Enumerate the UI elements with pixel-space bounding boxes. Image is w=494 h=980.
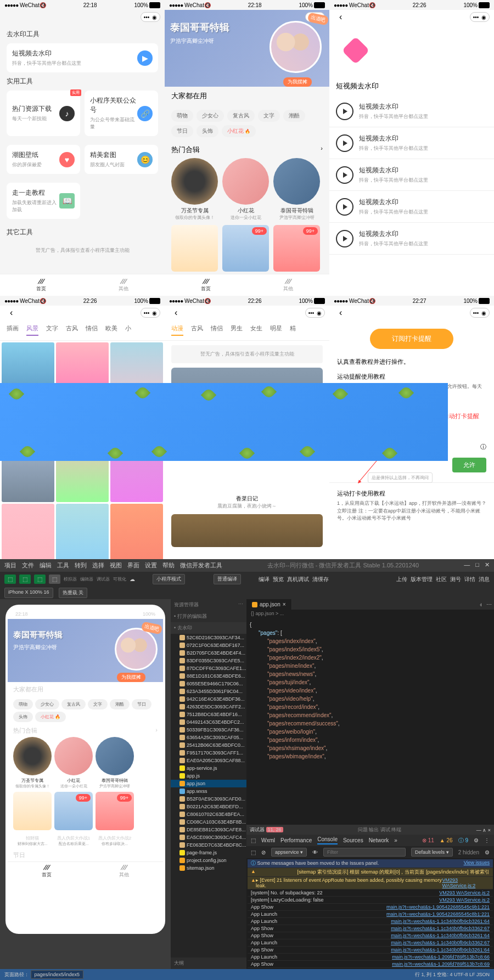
- dbg-tab[interactable]: Performance: [280, 837, 312, 843]
- card-gallery[interactable]: 精美套图朋友圈人气封面 😊: [85, 145, 158, 174]
- file-item[interactable]: F9517170C3093CAFF1...: [171, 749, 246, 757]
- gear-icon[interactable]: ⚙: [485, 849, 490, 855]
- back-button[interactable]: ‹: [4, 308, 18, 318]
- grid-item[interactable]: 99+: [273, 225, 320, 272]
- menu-item[interactable]: 编辑: [40, 561, 52, 570]
- file-item[interactable]: 88E1D181C63E4BDFE6...: [171, 672, 246, 680]
- nav-home[interactable]: ///首页: [165, 274, 247, 296]
- context-select[interactable]: appservice ▾: [271, 848, 307, 857]
- back-button[interactable]: ‹: [334, 308, 347, 318]
- tb-visual[interactable]: ⬚: [49, 575, 60, 584]
- window-maximize[interactable]: □: [475, 561, 479, 570]
- tab-item[interactable]: 插画: [7, 324, 19, 336]
- file-item[interactable]: app.json: [171, 780, 246, 787]
- chevron-right-icon[interactable]: ›: [321, 145, 323, 155]
- cloud-icon[interactable]: ☁: [130, 576, 135, 582]
- tab-item[interactable]: 情侣: [211, 324, 223, 336]
- source-link[interactable]: main.js?t=wechat&s-1.209fd789f513b7c8:66: [392, 954, 490, 960]
- eye-icon[interactable]: 👁: [312, 849, 318, 855]
- card-official[interactable]: 小程序关联公众号为公众号带来基础流量 🔗: [85, 91, 158, 136]
- tab-item[interactable]: 古风: [66, 324, 78, 336]
- file-item[interactable]: 6055E5E9466C179C06...: [171, 680, 246, 688]
- scope-icon[interactable]: ⬚: [251, 849, 256, 855]
- file-item[interactable]: app.wxss: [171, 787, 246, 795]
- menu-item[interactable]: 选择: [92, 561, 104, 570]
- back-button[interactable]: ‹: [334, 12, 347, 22]
- tb-device[interactable]: 真机调试: [287, 576, 309, 583]
- tag-item-hot[interactable]: 小红花: [222, 125, 256, 137]
- nav-home[interactable]: ///首页: [0, 274, 82, 296]
- file-item[interactable]: sitemap.json: [171, 864, 246, 872]
- file-item[interactable]: 072C1F0C63E4BDF167...: [171, 641, 246, 649]
- image-item[interactable]: [110, 504, 163, 559]
- open-editors[interactable]: • 打开的编辑器: [171, 611, 246, 622]
- tb-message[interactable]: 消息: [479, 576, 490, 583]
- tab-item[interactable]: 情侣: [86, 324, 98, 336]
- list-item[interactable]: 短视频去水印抖音，快手等其他平台都点这里: [329, 191, 494, 223]
- grid-item[interactable]: [171, 225, 218, 272]
- file-item[interactable]: 52C6D216C3093CAF34...: [171, 634, 246, 641]
- file-item[interactable]: 04492143C63E4BDFC2...: [171, 718, 246, 726]
- file-item[interactable]: app-service.js: [171, 764, 246, 772]
- split-icon[interactable]: ⫞: [477, 599, 484, 610]
- grid-item[interactable]: 99+: [222, 225, 269, 272]
- tb-detail[interactable]: 详情: [464, 576, 475, 583]
- album-item[interactable]: 泰国哥哥特辑尹浩宇高卿尘冲呀: [273, 158, 320, 221]
- filter-input[interactable]: [323, 848, 406, 857]
- file-item[interactable]: 4263DE5DC3093CAFF2...: [171, 703, 246, 711]
- file-item[interactable]: B2D705FC63E4BDE4F4...: [171, 649, 246, 657]
- file-item[interactable]: app.js: [171, 772, 246, 780]
- image-item[interactable]: [56, 504, 109, 559]
- tb-community[interactable]: 社区: [436, 576, 447, 583]
- menu-item[interactable]: 帮助: [162, 561, 175, 570]
- tb-compile[interactable]: 编译: [259, 576, 270, 583]
- capsule-menu[interactable]: •••◉: [141, 12, 160, 22]
- menu-item[interactable]: 界面: [127, 561, 139, 570]
- allow-button[interactable]: 允许: [452, 458, 486, 472]
- keep-checkbox-label[interactable]: 总是保持以上选择，不再询问: [368, 472, 433, 483]
- simulator-phone[interactable]: 22:18100% 泰国哥哥特辑 尹浩宇高卿尘冲呀 出道吧 为我摆摊 大家都在用…: [5, 605, 165, 934]
- tb-upload[interactable]: 上传: [396, 576, 407, 583]
- gear-icon[interactable]: ⚙: [474, 837, 479, 843]
- console-output[interactable]: ⓘ Some messages have been moved to the I…: [246, 858, 494, 980]
- close-icon[interactable]: ×: [283, 601, 286, 607]
- file-item[interactable]: B0221A2C63E4BDEFD...: [171, 803, 246, 810]
- file-item[interactable]: 63654A25C3093CAF05...: [171, 734, 246, 741]
- file-item[interactable]: 7512B8DC63E4BDF16...: [171, 711, 246, 718]
- more-icon[interactable]: ⋯: [484, 599, 494, 610]
- source-link[interactable]: main.js?t=wechat&s-1.905422685545c8b1:22…: [386, 911, 490, 917]
- panel-icon[interactable]: ∧: [482, 827, 486, 833]
- outline[interactable]: 大纲: [171, 958, 246, 969]
- file-item[interactable]: project.config.json: [171, 857, 246, 864]
- list-item[interactable]: 短视频去水印抖音，快手等其他平台都点这里: [329, 95, 494, 127]
- window-close[interactable]: ✕: [485, 561, 490, 570]
- window-minimize[interactable]: —: [464, 561, 470, 570]
- elements-icon[interactable]: ⬚: [251, 837, 256, 843]
- source-link[interactable]: main.js?t=wechat&s-1.1c340b0fb9cb3261:64: [391, 933, 490, 938]
- editor-tab[interactable]: app.json×: [246, 599, 292, 610]
- tab-item[interactable]: 男生: [231, 324, 243, 336]
- file-item[interactable]: 87DCDFF6C3093CAFE1...: [171, 664, 246, 672]
- tab-item[interactable]: 欧美: [105, 324, 117, 336]
- file-item[interactable]: 623A3455D3061F9C04...: [171, 688, 246, 695]
- tb-editor[interactable]: ⬚: [19, 575, 31, 584]
- tab-item[interactable]: 古风: [191, 324, 203, 336]
- tab-item-active[interactable]: 动漫: [171, 324, 183, 336]
- back-button[interactable]: ‹: [169, 308, 183, 318]
- tb-debugger[interactable]: ⬚: [34, 575, 46, 584]
- file-item[interactable]: C80610702C63E4BFEA...: [171, 810, 246, 818]
- more-icon[interactable]: ⋯: [238, 601, 243, 609]
- menu-item[interactable]: 工具: [57, 561, 69, 570]
- file-item[interactable]: page-frame.js: [171, 849, 246, 857]
- tag-item[interactable]: 复古风: [227, 110, 255, 122]
- file-item[interactable]: EAE0A205C3093CAF88...: [171, 757, 246, 764]
- source-link[interactable]: main.js?t=wechat&s-1.1c340b0fb9cb3362:67: [391, 926, 490, 931]
- compile-select[interactable]: 普通编译: [214, 574, 241, 584]
- info-icon[interactable]: ⓘ: [480, 443, 486, 451]
- tab-item[interactable]: 女生: [250, 324, 262, 336]
- file-item[interactable]: B52F0AE9C3093CAFD0...: [171, 795, 246, 803]
- card-wallpaper[interactable]: 潮图壁纸你的屏保最爱 ♥: [7, 145, 80, 174]
- file-item[interactable]: DE85EB81C3093CAFE8...: [171, 826, 246, 833]
- album-item[interactable]: 小红花送你一朵小红花: [222, 158, 269, 221]
- dbg-tab[interactable]: Sources: [343, 837, 363, 843]
